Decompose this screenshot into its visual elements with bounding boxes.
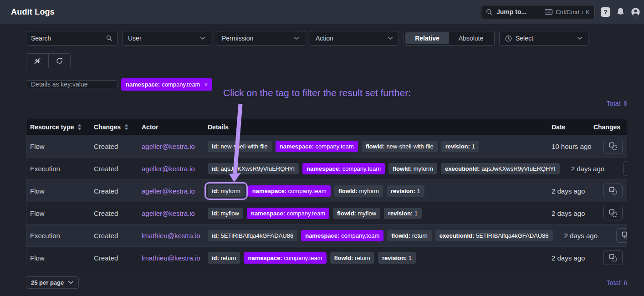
view-changes-button[interactable] xyxy=(603,184,623,198)
resource-type-cell: Execution xyxy=(26,232,90,240)
clock-icon xyxy=(505,35,512,42)
detail-tag-revision[interactable]: revision: 1 xyxy=(378,252,416,264)
actor-link[interactable]: lmathieu@kestra.io xyxy=(138,232,204,240)
content: User Permission Action Relative Absolute xyxy=(0,24,644,289)
detail-tag-key: id: xyxy=(212,232,219,239)
jump-to-search[interactable]: Ctrl/Cmd + K xyxy=(481,5,595,19)
per-page-select[interactable]: 25 per page xyxy=(26,276,79,289)
changes-button-cell xyxy=(605,228,627,243)
changes-button-cell xyxy=(593,250,627,265)
permission-filter-select[interactable]: Permission xyxy=(216,31,305,46)
column-header-label: Details xyxy=(208,123,229,131)
diff-icon xyxy=(608,209,618,218)
sort-icon[interactable] xyxy=(124,124,128,130)
actor-link[interactable]: ageller@kestra.io xyxy=(138,143,204,150)
detail-tag-id[interactable]: id: aqsJwKXwsR9yVIuERQHYI xyxy=(208,163,299,174)
auto-refresh-off-button[interactable] xyxy=(26,54,48,68)
refresh-button[interactable] xyxy=(48,54,70,68)
detail-tag-id[interactable]: id: 5ETlRIBAlfqa4kGFADAU86 xyxy=(208,230,297,241)
actor-link[interactable]: ageller@kestra.io xyxy=(138,209,204,217)
detail-tag-id[interactable]: id: new-shell-with-file xyxy=(208,141,272,152)
chevron-down-icon xyxy=(200,36,205,40)
column-header-resource-type[interactable]: Resource type xyxy=(26,123,90,131)
detail-tag-flowId[interactable]: flowId: return xyxy=(330,252,374,264)
chevron-down-icon xyxy=(577,36,583,40)
detail-tag-key: revision: xyxy=(382,255,407,261)
detail-tag-revision[interactable]: revision: 1 xyxy=(384,208,422,219)
changes-cell: Created xyxy=(90,187,138,195)
auto-refresh-off-icon xyxy=(33,57,41,65)
chevron-down-icon xyxy=(68,281,74,285)
detail-tag-key: flowId: xyxy=(337,210,356,217)
details-filter[interactable] xyxy=(26,80,118,88)
detail-tag-namespace[interactable]: namespace: company.team xyxy=(276,141,358,152)
table-row: FlowCreatedageller@kestra.ioid: myformna… xyxy=(26,179,627,202)
date-range-label: Select xyxy=(516,35,533,42)
view-changes-button[interactable] xyxy=(603,206,623,220)
detail-tag-executionId[interactable]: executionId: aqsJwKXwsR9yVIuERQHYI xyxy=(441,163,560,174)
account-icon[interactable] xyxy=(631,7,640,17)
detail-tag-flowId[interactable]: flowId: return xyxy=(387,230,431,241)
shortcut-text: Ctrl/Cmd + K xyxy=(556,9,590,15)
detail-tag-key: id: xyxy=(212,188,219,194)
refresh-icon xyxy=(56,57,63,65)
bell-icon[interactable] xyxy=(616,7,625,16)
detail-tag-id[interactable]: id: myflow xyxy=(208,208,243,219)
table-actions-group xyxy=(26,53,71,68)
namespace-filter-tag[interactable]: namespace: company.team × xyxy=(121,78,212,91)
detail-tag-id[interactable]: id: return xyxy=(208,252,240,264)
actor-link[interactable]: ageller@kestra.io xyxy=(138,165,204,173)
details-filter-input[interactable] xyxy=(31,81,108,88)
user-filter-select[interactable]: User xyxy=(122,31,211,46)
detail-tag-flowId[interactable]: flowId: myform xyxy=(388,163,437,174)
detail-tag-executionId[interactable]: executionId: 5ETlRIBAlfqa4kGFADAU86 xyxy=(435,230,553,241)
detail-tag-flowId[interactable]: flowId: myflow xyxy=(333,208,380,219)
detail-tag-namespace[interactable]: namespace: company.team xyxy=(244,252,326,264)
table-header: Resource typeChangesActorDetailsDateChan… xyxy=(26,119,627,135)
detail-tag-revision[interactable]: revision: 1 xyxy=(387,185,424,197)
search-input[interactable] xyxy=(31,35,99,42)
detail-tag-id[interactable]: id: myform xyxy=(208,185,245,197)
table-row: FlowCreatedageller@kestra.ioid: myflowna… xyxy=(26,202,627,224)
diff-icon xyxy=(608,253,618,262)
changes-button-cell xyxy=(612,161,627,176)
actor-link[interactable]: lmathieu@kestra.io xyxy=(138,254,204,262)
total-count: Total: 6 xyxy=(607,279,627,286)
detail-tag-key: flowId: xyxy=(391,232,410,239)
date-range-select[interactable]: Select xyxy=(499,31,588,46)
detail-tag-namespace[interactable]: namespace: company.team xyxy=(248,185,331,197)
detail-tag-flowId[interactable]: flowId: new-shell-with-file xyxy=(362,141,438,152)
permission-filter-label: Permission xyxy=(222,35,253,42)
column-header-changes-btn: Changes xyxy=(593,123,627,131)
detail-tag-key: namespace: xyxy=(307,165,341,172)
detail-tag-key: revision: xyxy=(391,188,415,194)
absolute-toggle-button[interactable]: Absolute xyxy=(449,32,493,44)
actor-link[interactable]: ageller@kestra.io xyxy=(138,187,204,195)
help-icon[interactable]: ? xyxy=(601,7,610,17)
pagination-footer: 25 per page Total: 6 xyxy=(26,276,627,289)
detail-tag-revision[interactable]: revision: 1 xyxy=(441,141,479,152)
date-cell: 2 days ago xyxy=(553,232,605,240)
column-header-changes[interactable]: Changes xyxy=(90,123,138,131)
relative-toggle-button[interactable]: Relative xyxy=(405,32,449,44)
column-header-label: Changes xyxy=(593,123,620,131)
close-icon[interactable]: × xyxy=(204,81,208,88)
action-filter-select[interactable]: Action xyxy=(310,31,399,46)
view-changes-button[interactable] xyxy=(603,139,623,153)
view-changes-button[interactable] xyxy=(603,250,623,265)
detail-tag-key: namespace: xyxy=(252,188,286,194)
detail-tag-key: revision: xyxy=(445,143,470,150)
column-header-label: Actor xyxy=(142,123,158,131)
view-changes-button[interactable] xyxy=(623,161,627,176)
jump-to-input[interactable] xyxy=(496,8,538,15)
detail-tag-key: flowId: xyxy=(393,165,412,172)
detail-tag-namespace[interactable]: namespace: company.team xyxy=(301,230,383,241)
sort-icon[interactable] xyxy=(77,124,82,130)
column-header-label: Changes xyxy=(94,123,121,131)
detail-tag-flowId[interactable]: flowId: myform xyxy=(334,185,383,197)
view-changes-button[interactable] xyxy=(616,228,627,243)
detail-tag-namespace[interactable]: namespace: company.team xyxy=(302,163,385,174)
search-filter[interactable] xyxy=(26,31,118,46)
detail-tag-namespace[interactable]: namespace: company.team xyxy=(247,208,329,219)
details-cell: id: 5ETlRIBAlfqa4kGFADAU86namespace: com… xyxy=(204,230,553,241)
